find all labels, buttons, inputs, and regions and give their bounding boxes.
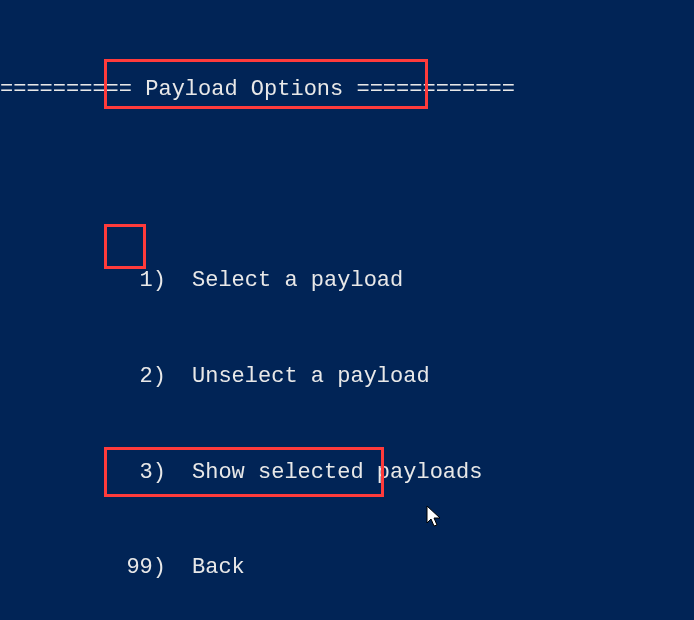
menu-option-back[interactable]: 99)Back — [0, 552, 694, 584]
terminal-output: ========== Payload Options ============ … — [0, 0, 694, 620]
menu-option-select-payload[interactable]: 1)Select a payload — [0, 265, 694, 297]
menu-option-show-selected[interactable]: 3)Show selected payloads — [0, 457, 694, 489]
option-label: Show selected payloads — [192, 460, 482, 485]
section-header-payload-options: ========== Payload Options ============ — [0, 74, 694, 106]
option-label: Back — [192, 555, 245, 580]
option-number: 99) — [110, 552, 166, 584]
option-number: 3) — [110, 457, 166, 489]
option-number: 2) — [110, 361, 166, 393]
option-label: Unselect a payload — [192, 364, 430, 389]
menu-option-unselect-payload[interactable]: 2)Unselect a payload — [0, 361, 694, 393]
option-label: Select a payload — [192, 268, 403, 293]
option-number: 1) — [110, 265, 166, 297]
